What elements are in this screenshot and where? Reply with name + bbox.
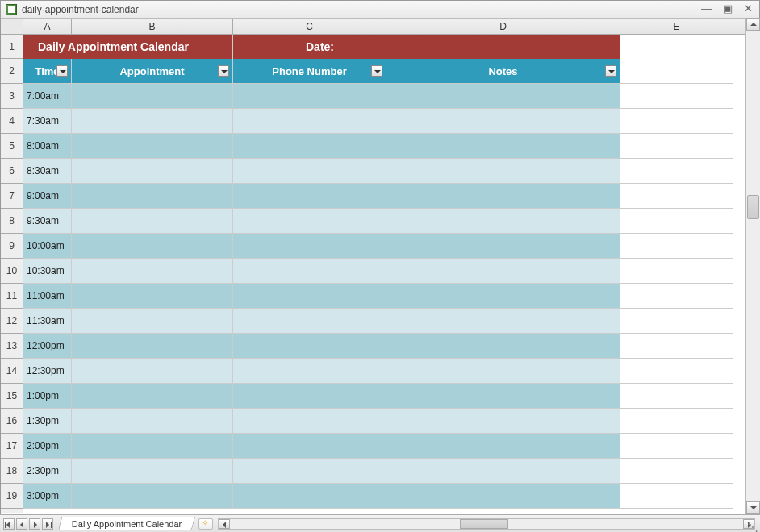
scroll-thumb-horizontal[interactable] — [460, 519, 508, 529]
minimize-button[interactable]: — — [701, 3, 712, 15]
cell-empty[interactable] — [620, 35, 733, 59]
data-cell[interactable] — [386, 84, 620, 109]
data-cell[interactable] — [233, 334, 386, 359]
column-header-b[interactable]: B — [72, 19, 233, 34]
data-cell[interactable] — [72, 309, 233, 334]
cell-empty[interactable] — [620, 84, 733, 109]
time-cell[interactable]: 12:00pm — [23, 334, 72, 359]
filter-dropdown-button[interactable] — [218, 65, 229, 77]
data-cell[interactable] — [72, 284, 233, 309]
data-cell[interactable] — [72, 334, 233, 359]
row-header-16[interactable]: 16 — [1, 409, 23, 434]
row-header-8[interactable]: 8 — [1, 209, 23, 234]
data-cell[interactable] — [386, 434, 620, 459]
header-cell-phone[interactable]: Phone Number — [233, 59, 386, 84]
data-cell[interactable] — [72, 459, 233, 484]
data-cell[interactable] — [386, 409, 620, 434]
data-cell[interactable] — [233, 259, 386, 284]
column-header-d[interactable]: D — [386, 19, 620, 34]
data-cell[interactable] — [386, 184, 620, 209]
data-cell[interactable] — [72, 384, 233, 409]
data-cell[interactable] — [386, 259, 620, 284]
data-cell[interactable] — [233, 359, 386, 384]
data-cell[interactable] — [233, 284, 386, 309]
data-cell[interactable] — [386, 359, 620, 384]
row-header-3[interactable]: 3 — [1, 84, 23, 109]
data-cell[interactable] — [72, 84, 233, 109]
data-cell[interactable] — [233, 384, 386, 409]
header-cell-notes[interactable]: Notes — [386, 59, 620, 84]
scroll-thumb-vertical[interactable] — [747, 195, 759, 219]
row-header-1[interactable]: 1 — [1, 35, 23, 59]
cell-empty[interactable] — [620, 459, 733, 484]
data-cell[interactable] — [233, 209, 386, 234]
data-cell[interactable] — [386, 459, 620, 484]
cell-empty[interactable] — [620, 109, 733, 134]
row-header-6[interactable]: 6 — [1, 159, 23, 184]
data-cell[interactable] — [386, 484, 620, 509]
data-cell[interactable] — [386, 159, 620, 184]
data-cell[interactable] — [386, 234, 620, 259]
filter-dropdown-button[interactable] — [371, 65, 382, 77]
restore-button[interactable]: ▣ — [723, 3, 733, 15]
cell-empty[interactable] — [620, 59, 733, 84]
time-cell[interactable]: 11:30am — [23, 309, 72, 334]
data-cell[interactable] — [233, 184, 386, 209]
time-cell[interactable]: 1:30pm — [23, 409, 72, 434]
cell-empty[interactable] — [620, 234, 733, 259]
data-cell[interactable] — [233, 459, 386, 484]
cell-empty[interactable] — [620, 359, 733, 384]
data-cell[interactable] — [233, 159, 386, 184]
data-cell[interactable] — [72, 109, 233, 134]
data-cell[interactable] — [72, 184, 233, 209]
data-cell[interactable] — [233, 434, 386, 459]
data-cell[interactable] — [72, 409, 233, 434]
data-cell[interactable] — [233, 134, 386, 159]
sheet-tab-active[interactable]: Daily Appointment Calendar — [58, 517, 196, 530]
tab-nav-last-button[interactable] — [42, 518, 53, 530]
resize-grip-icon[interactable] — [745, 517, 758, 530]
data-cell[interactable] — [233, 84, 386, 109]
data-cell[interactable] — [386, 134, 620, 159]
cell-empty[interactable] — [620, 384, 733, 409]
filter-dropdown-button[interactable] — [605, 65, 616, 77]
row-header-15[interactable]: 15 — [1, 384, 23, 409]
row-header-18[interactable]: 18 — [1, 459, 23, 484]
time-cell[interactable]: 10:00am — [23, 234, 72, 259]
data-cell[interactable] — [386, 284, 620, 309]
header-cell-time[interactable]: Time — [23, 59, 72, 84]
row-header-14[interactable]: 14 — [1, 359, 23, 384]
data-cell[interactable] — [386, 209, 620, 234]
banner-title[interactable]: Daily Appointment Calendar — [23, 35, 233, 59]
cell-empty[interactable] — [620, 334, 733, 359]
data-cell[interactable] — [386, 334, 620, 359]
horizontal-scrollbar[interactable] — [218, 518, 755, 530]
data-cell[interactable] — [72, 259, 233, 284]
data-cell[interactable] — [233, 309, 386, 334]
time-cell[interactable]: 3:00pm — [23, 484, 72, 509]
tab-nav-next-button[interactable] — [29, 518, 40, 530]
cell-empty[interactable] — [620, 434, 733, 459]
tab-nav-prev-button[interactable] — [16, 518, 27, 530]
time-cell[interactable]: 2:00pm — [23, 434, 72, 459]
cell-empty[interactable] — [620, 484, 733, 509]
time-cell[interactable]: 8:00am — [23, 134, 72, 159]
data-cell[interactable] — [72, 134, 233, 159]
data-cell[interactable] — [233, 234, 386, 259]
banner-date-label[interactable]: Date: — [233, 35, 620, 59]
header-cell-appointment[interactable]: Appointment — [72, 59, 233, 84]
data-cell[interactable] — [233, 409, 386, 434]
cell-empty[interactable] — [620, 209, 733, 234]
row-header-9[interactable]: 9 — [1, 234, 23, 259]
time-cell[interactable]: 10:30am — [23, 259, 72, 284]
scroll-up-button[interactable] — [746, 18, 760, 31]
row-header-4[interactable]: 4 — [1, 109, 23, 134]
time-cell[interactable]: 8:30am — [23, 159, 72, 184]
row-header-11[interactable]: 11 — [1, 284, 23, 309]
data-cell[interactable] — [72, 484, 233, 509]
row-header-5[interactable]: 5 — [1, 134, 23, 159]
data-cell[interactable] — [72, 234, 233, 259]
time-cell[interactable]: 9:30am — [23, 209, 72, 234]
data-cell[interactable] — [72, 359, 233, 384]
row-header-12[interactable]: 12 — [1, 309, 23, 334]
